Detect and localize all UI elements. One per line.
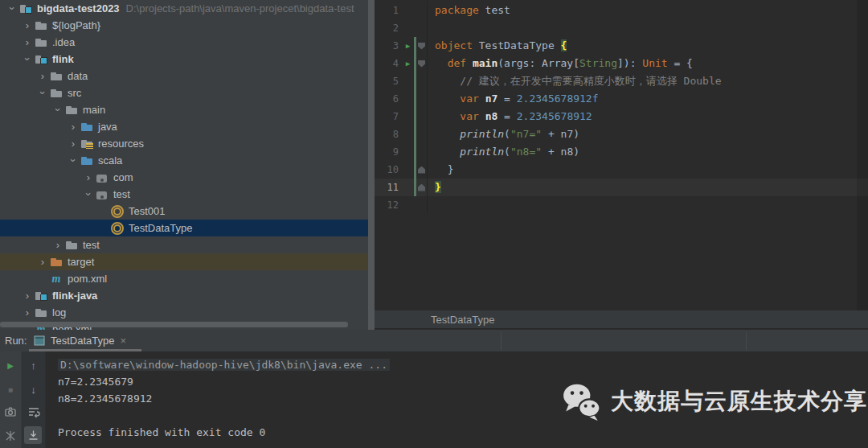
chevron-expanded-icon[interactable]: › [66,152,80,169]
tree-item-com[interactable]: ›com [0,169,368,186]
tree-item-log[interactable]: ›log [0,304,368,321]
chevron-expanded-icon[interactable]: › [35,84,50,101]
run-gutter-icon[interactable]: ▶ [402,37,414,55]
module-folder-icon [35,53,47,66]
editor-line-6[interactable]: 6 var n7 = 2.2345678912f [375,90,868,108]
up-arrow-icon[interactable]: ↑ [22,358,45,372]
editor-line-11[interactable]: 11} [375,179,868,196]
chevron-collapsed-icon[interactable]: › [81,169,96,186]
editor-line-12[interactable]: 12 [375,196,868,214]
editor-line-4[interactable]: 4▶ def main(args: Array[String]): Unit =… [375,55,868,72]
source-folder-icon [80,154,93,167]
code-text: object TestDataType { [427,37,868,55]
line-number: 7 [375,111,402,122]
code-text: } [427,179,868,196]
editor-line-1[interactable]: 1package test [375,2,868,19]
line-number: 10 [375,164,402,175]
editor-line-3[interactable]: 3▶object TestDataType { [375,37,868,55]
breadcrumb-item[interactable]: TestDataType [431,314,495,326]
editor-line-5[interactable]: 5 // 建议，在开发中需要高精度小数时，请选择 Double [375,72,868,90]
project-tree: ›bigdata-test2023D:\projects-path\java\m… [0,0,368,330]
code-text: var n8 = 2.2345678912 [427,108,868,125]
tree-item-label: target [68,256,94,268]
chevron-expanded-icon[interactable]: › [5,0,19,17]
chevron-expanded-icon[interactable]: › [51,101,65,118]
chevron-expanded-icon[interactable]: › [81,186,96,203]
tree-horizontal-scrollbar[interactable] [0,322,348,327]
run-panel: Run: TestDataType × ▶ ■ [0,330,868,448]
chevron-collapsed-icon[interactable]: › [66,135,80,152]
scroll-to-end-icon[interactable] [24,426,42,444]
scala-object-icon [111,205,124,218]
down-arrow-icon[interactable]: ↓ [22,382,45,397]
fold-marker-icon[interactable] [416,60,427,68]
run-gutter-icon[interactable]: ▶ [402,55,414,72]
chevron-collapsed-icon[interactable]: › [35,253,50,270]
tree-item-scala[interactable]: ›scala [0,152,368,169]
tree-item-resources[interactable]: ›resources [0,135,368,152]
fold-marker-icon[interactable] [416,166,427,174]
package-icon [96,188,108,201]
fold-marker-icon[interactable] [416,43,427,50]
vcs-change-bar [414,19,416,37]
chevron-collapsed-icon[interactable]: › [20,17,35,34]
tree-item-label: scala [98,154,122,166]
run-tab[interactable]: TestDataType × [29,330,131,351]
tree-item-java[interactable]: ›java [0,118,368,135]
chevron-collapsed-icon[interactable]: › [20,304,35,321]
tree-item-src[interactable]: ›src [0,84,368,101]
tree-item-flink[interactable]: ›flink [0,51,368,68]
tree-item-target[interactable]: ›target [0,253,368,270]
fold-marker-icon[interactable] [416,184,427,191]
ide-window: ›bigdata-test2023D:\projects-path\java\m… [0,0,868,448]
stop-icon[interactable]: ■ [0,382,21,397]
run-toolbar-right: ↑ ↓ [22,351,46,448]
tree-item-flink-java[interactable]: ›flink-java [0,287,368,304]
tree-item-main[interactable]: ›main [0,101,368,118]
code-text: println("n7=" + n7) [427,125,868,143]
code-text: println("n8=" + n8) [427,143,868,161]
project-path: D:\projects-path\java\maven-projecet\big… [126,2,354,14]
vcs-change-bar [414,2,416,19]
tree-item-bigdata-test2023[interactable]: ›bigdata-test2023D:\projects-path\java\m… [0,0,368,17]
code-editor[interactable]: 1package test23▶object TestDataType {4▶ … [375,0,868,330]
line-number: 2 [375,23,402,34]
tree-item-test[interactable]: ›test [0,236,368,253]
vcs-change-bar [414,125,416,143]
breadcrumb[interactable]: TestDataType [375,310,868,329]
tree-item-data[interactable]: ›data [0,68,368,84]
editor-line-2[interactable]: 2 [375,19,868,37]
tree-item-label: Test001 [129,205,166,217]
chevron-collapsed-icon[interactable]: › [35,68,50,84]
chevron-collapsed-icon[interactable]: › [66,118,80,135]
console-line: D:\software\window-hadoop-hive\jdk8\bin\… [58,356,868,373]
kill-process-icon[interactable] [0,429,21,443]
code-text [427,19,868,37]
code-text: package test [427,2,868,19]
tree-item--logpath-[interactable]: ›${logPath} [0,17,368,34]
folder-icon [35,36,47,49]
tree-item-label: TestDataType [129,222,193,234]
chevron-collapsed-icon[interactable]: › [51,236,65,253]
thread-dump-icon[interactable] [0,405,21,419]
editor-line-9[interactable]: 9 println("n8=" + n8) [375,143,868,161]
editor-line-10[interactable]: 10 } [375,161,868,179]
tree-item-test001[interactable]: Test001 [0,203,368,220]
chevron-collapsed-icon[interactable]: › [20,34,35,51]
editor-line-8[interactable]: 8 println("n7=" + n7) [375,125,868,143]
folder-icon [65,239,78,252]
tree-item--idea[interactable]: ›.idea [0,34,368,51]
code-text: } [427,161,868,179]
soft-wrap-icon[interactable] [22,405,45,419]
tree-item-test[interactable]: ›test [0,186,368,203]
chevron-collapsed-icon[interactable]: › [20,287,35,304]
chevron-expanded-icon[interactable]: › [20,51,35,68]
vcs-change-bar [414,143,416,161]
rerun-icon[interactable]: ▶ [0,358,21,372]
editor-line-7[interactable]: 7 var n8 = 2.2345678912 [375,108,868,125]
editor-scrollbar[interactable] [857,0,868,310]
code-text [427,196,868,214]
tree-item-pom-xml[interactable]: mpom.xml [0,270,368,287]
close-icon[interactable]: × [121,335,127,347]
tree-item-testdatatype[interactable]: TestDataType [0,220,368,236]
